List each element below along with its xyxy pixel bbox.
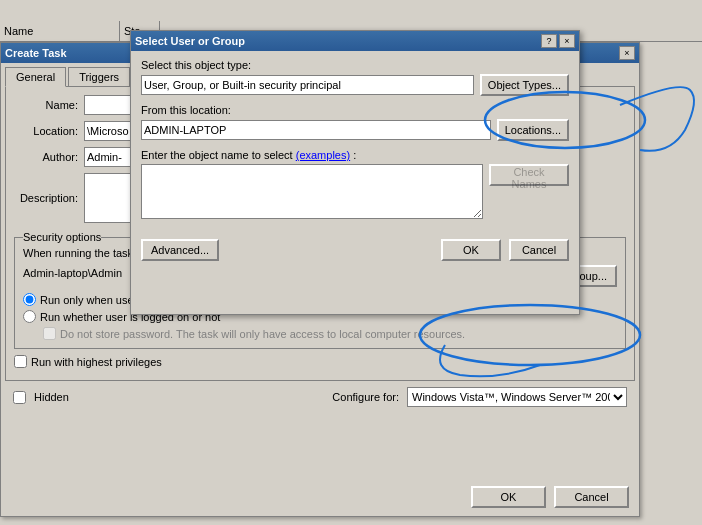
col-name: Name [0,21,120,41]
examples-link[interactable]: (examples) [296,149,350,161]
object-name-row: Check Names [141,164,569,227]
object-types-button[interactable]: Object Types... [480,74,569,96]
object-type-label: Select this object type: [141,59,569,71]
name-label: Name: [14,99,84,111]
no-password-label: Do not store password. The task will onl… [60,328,465,340]
bottom-bar: Hidden Configure for: Windows Vista™, Wi… [5,381,635,413]
create-task-title: Create Task [5,47,67,59]
author-label: Author: [14,151,84,163]
dialog-ok-cancel-group: OK Cancel [441,239,569,261]
hidden-checkbox[interactable] [13,391,26,404]
highest-privileges-label: Run with highest privileges [31,356,162,368]
highest-privileges-row: Run with highest privileges [14,355,626,368]
account-value: Admin-laptop\Admin [23,267,122,279]
from-location-row: Locations... [141,119,569,141]
dialog-help-button[interactable]: ? [541,34,557,48]
object-type-row: Object Types... [141,74,569,96]
advanced-button[interactable]: Advanced... [141,239,219,261]
check-names-button[interactable]: Check Names [489,164,569,186]
tab-general[interactable]: General [5,67,66,87]
bottom-ok-cancel: OK Cancel [471,486,629,508]
dialog-ok-button[interactable]: OK [441,239,501,261]
object-name-textarea[interactable] [141,164,483,219]
locations-button[interactable]: Locations... [497,119,569,141]
location-label: Location: [14,125,84,137]
object-name-label: Enter the object name to select (example… [141,149,569,161]
dialog-titlebar: Select User or Group ? × [131,31,579,51]
dialog-body: Select this object type: Object Types...… [131,51,579,273]
no-password-row: Do not store password. The task will onl… [43,327,617,340]
from-location-label: From this location: [141,104,569,116]
object-type-input [141,75,474,95]
ok-button[interactable]: OK [471,486,546,508]
highest-privileges-checkbox[interactable] [14,355,27,368]
dialog-close-button[interactable]: × [559,34,575,48]
radio-logged-on[interactable] [23,293,36,306]
create-task-controls: × [619,46,635,60]
dialog-footer: Advanced... OK Cancel [141,235,569,265]
configure-select[interactable]: Windows Vista™, Windows Server™ 2008 [407,387,627,407]
close-button[interactable]: × [619,46,635,60]
tab-triggers[interactable]: Triggers [68,67,130,86]
select-user-dialog: Select User or Group ? × Select this obj… [130,30,580,315]
description-label: Description: [14,192,84,204]
configure-label: Configure for: [332,391,399,403]
dialog-title: Select User or Group [135,35,245,47]
dialog-cancel-button[interactable]: Cancel [509,239,569,261]
radio-whether-logged[interactable] [23,310,36,323]
cancel-button[interactable]: Cancel [554,486,629,508]
security-legend: Security options [23,231,101,243]
no-password-checkbox [43,327,56,340]
hidden-label: Hidden [34,391,69,403]
dialog-titlebar-buttons: ? × [541,34,575,48]
location-input [141,120,491,140]
